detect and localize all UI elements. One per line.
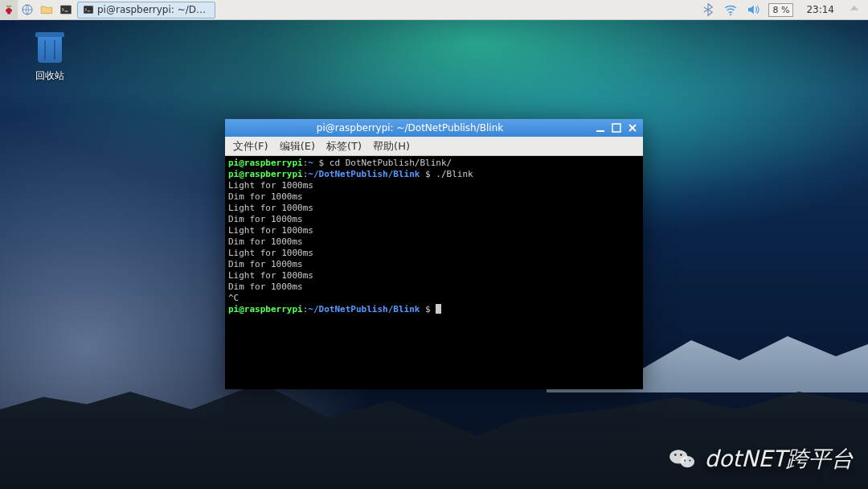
prompt-user: pi@raspberrypi [228, 304, 303, 314]
raspberry-icon [3, 3, 14, 16]
watermark: dotNET跨平台 [667, 444, 854, 475]
prompt-path: ~ [308, 158, 313, 168]
file-manager-launcher[interactable] [37, 0, 56, 20]
svg-rect-5 [60, 6, 71, 14]
desktop-trash[interactable]: 回收站 [24, 32, 76, 83]
menu-tabs[interactable]: 标签(T) [321, 138, 366, 155]
prompt-user: pi@raspberrypi [228, 169, 303, 179]
svg-point-7 [730, 14, 731, 15]
command-text: cd DotNetPublish/Blink/ [330, 158, 452, 168]
globe-icon [21, 2, 34, 17]
terminal-cursor [436, 304, 441, 314]
folder-icon [40, 2, 53, 17]
terminal-body[interactable]: pi@raspberrypi:~ $ cd DotNetPublish/Blin… [225, 156, 643, 389]
window-titlebar[interactable]: pi@raspberrypi: ~/DotNetPublish/Blink [225, 119, 643, 137]
clock[interactable]: 23:14 [801, 4, 839, 15]
svg-rect-8 [596, 130, 604, 132]
prompt-dollar: $ [420, 304, 436, 314]
command-text: ./Blink [436, 169, 473, 179]
minimize-icon [596, 123, 605, 133]
svg-point-13 [680, 454, 682, 456]
maximize-button[interactable] [609, 121, 624, 134]
svg-rect-6 [84, 6, 93, 13]
svg-point-14 [684, 459, 686, 461]
prompt-user: pi@raspberrypi [228, 158, 303, 168]
eject-icon[interactable] [847, 2, 862, 17]
taskbar-window-title: pi@raspberrypi: ~/Do... [97, 4, 210, 15]
terminal-launcher[interactable] [56, 0, 76, 20]
svg-point-15 [690, 459, 691, 461]
terminal-window: pi@raspberrypi: ~/DotNetPublish/Blink 文件… [225, 119, 643, 389]
wechat-icon [667, 444, 698, 475]
svg-point-3 [7, 7, 10, 10]
svg-point-2 [7, 10, 10, 14]
start-menu-button[interactable] [0, 0, 18, 20]
watermark-text: dotNET跨平台 [704, 444, 854, 475]
close-icon [628, 123, 637, 133]
maximize-icon [612, 123, 621, 133]
close-button[interactable] [625, 121, 640, 134]
taskbar-window-button[interactable]: pi@raspberrypi: ~/Do... [77, 2, 215, 18]
minimize-button[interactable] [593, 121, 608, 134]
terminal-menubar: 文件(F) 编辑(E) 标签(T) 帮助(H) [225, 137, 643, 156]
bluetooth-icon[interactable] [701, 2, 715, 17]
prompt-path: ~/DotNetPublish/Blink [308, 169, 420, 179]
svg-point-12 [674, 454, 677, 456]
menu-help[interactable]: 帮助(H) [368, 138, 415, 155]
browser-launcher[interactable] [18, 0, 37, 20]
desktop-trash-label: 回收站 [24, 69, 76, 83]
menu-edit[interactable]: 编辑(E) [275, 138, 320, 155]
system-tray: 8 % 23:14 [694, 2, 868, 17]
prompt-dollar: $ [420, 169, 436, 179]
terminal-output: Light for 1000ms Dim for 1000ms Light fo… [228, 180, 313, 303]
terminal-icon [83, 4, 94, 15]
prompt-path: ~/DotNetPublish/Blink [308, 304, 420, 314]
cpu-usage[interactable]: 8 % [768, 3, 793, 17]
volume-icon[interactable] [746, 2, 760, 17]
terminal-icon [59, 2, 72, 17]
menu-file[interactable]: 文件(F) [228, 138, 273, 155]
svg-point-11 [681, 456, 694, 467]
svg-rect-9 [612, 124, 620, 132]
taskbar: pi@raspberrypi: ~/Do... 8 % 23:14 [0, 0, 868, 20]
prompt-dollar: $ [313, 158, 330, 168]
trash-icon [35, 32, 64, 66]
window-title: pi@raspberrypi: ~/DotNetPublish/Blink [228, 122, 592, 134]
wifi-icon[interactable] [723, 2, 738, 17]
